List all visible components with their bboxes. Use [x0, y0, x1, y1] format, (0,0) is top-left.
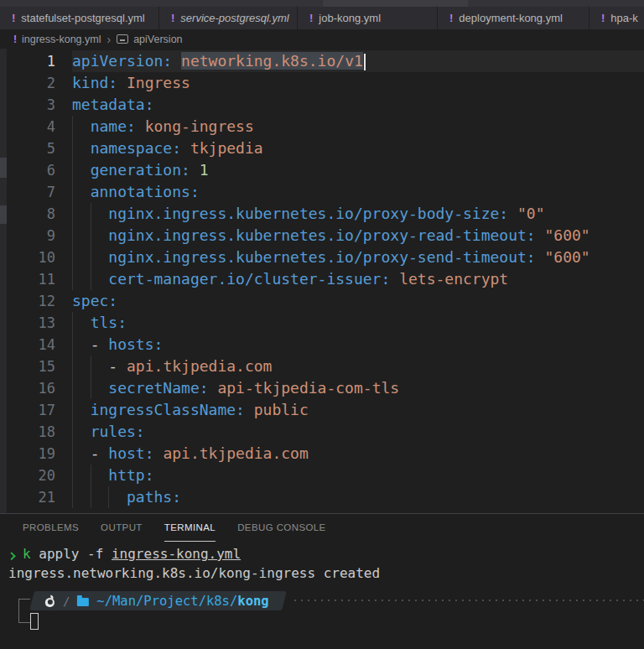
code-line[interactable]: 21paths: [7, 486, 644, 508]
line-number[interactable]: 11 [7, 268, 72, 290]
line-number[interactable]: 17 [7, 399, 72, 421]
code-line[interactable]: 7annotations: [7, 181, 644, 203]
code-token: api.tkjpedia.com [154, 444, 309, 462]
line-number[interactable]: 13 [7, 312, 72, 334]
line-number[interactable]: 9 [7, 225, 72, 247]
line-number[interactable]: 20 [7, 465, 72, 486]
code-line[interactable]: 17ingressClassName: public [7, 399, 644, 421]
code-token: tkjpedia [181, 139, 263, 157]
code-token: rules: [91, 423, 145, 440]
terminal-cursor[interactable] [30, 613, 39, 630]
code-token: nginx.ingress.kubernetes.io/proxy-send-t… [108, 248, 535, 266]
vscode-window: !statefulset-postgresql.yml!service-post… [0, 0, 644, 649]
code-token: Ingress [117, 74, 190, 91]
prompt-frame [18, 599, 30, 623]
code-text: cert-manager.io/cluster-issuer: lets-enc… [72, 268, 644, 290]
indent-guide [72, 356, 91, 377]
editor-tab[interactable]: !deployment-kong.yml [438, 7, 589, 29]
line-number[interactable]: 12 [7, 290, 72, 312]
code-token: nginx.ingress.kubernetes.io/proxy-body-s… [108, 205, 508, 222]
line-number[interactable]: 8 [7, 203, 72, 225]
editor-tab[interactable]: !hpa-k [589, 7, 644, 29]
code-text: tls: [72, 312, 644, 334]
code-token: name: [91, 117, 136, 135]
code-area[interactable]: 1apiVersion: networking.k8s.io/v12kind: … [7, 50, 644, 508]
code-line[interactable]: 11cert-manager.io/cluster-issuer: lets-e… [7, 268, 644, 290]
yaml-warning-icon: ! [12, 12, 15, 24]
code-token: kind: [72, 74, 117, 91]
editor-tab[interactable]: !statefulset-postgresql.yml [0, 7, 159, 29]
code-token: networking.k8s.io/v1 [181, 52, 363, 70]
tab-label: service-postgresql.yml [180, 12, 288, 24]
code-text: apiVersion: networking.k8s.io/v1 [72, 50, 644, 72]
code-line[interactable]: 19- host: api.tkjpedia.com [7, 443, 644, 465]
code-line[interactable]: 2kind: Ingress [7, 72, 644, 94]
code-text: metadata: [72, 94, 644, 116]
indent-guide [72, 268, 91, 290]
code-line[interactable]: 9nginx.ingress.kubernetes.io/proxy-read-… [7, 225, 644, 247]
line-number[interactable]: 16 [7, 377, 72, 399]
prompt-path-prefix: ~/Man/Project/k8s/ [96, 593, 237, 608]
line-number[interactable]: 21 [7, 486, 72, 508]
terminal[interactable]: k apply -f ingress-kong.yml ingress.netw… [0, 542, 644, 631]
editor-tab[interactable]: !job-kong.yml [298, 7, 438, 29]
editor-tab[interactable]: !service-postgresql.yml [159, 7, 298, 29]
indent-guide [72, 334, 91, 356]
line-number[interactable]: 3 [7, 94, 72, 116]
indent-guide [72, 181, 91, 203]
line-number[interactable]: 19 [7, 443, 72, 465]
code-line[interactable]: 3metadata: [7, 94, 644, 116]
code-text: spec: [72, 290, 644, 312]
panel-tab-output[interactable]: OUTPUT [101, 514, 143, 542]
code-line[interactable]: 20http: [7, 465, 644, 486]
symbol-field-icon [117, 34, 128, 44]
code-token [172, 52, 181, 70]
code-token: apiVersion: [72, 52, 172, 70]
line-number[interactable]: 7 [7, 181, 72, 203]
panel-tab-problems[interactable]: PROBLEMS [23, 514, 79, 542]
code-text: namespace: tkjpedia [72, 138, 644, 159]
indent-guide [72, 399, 91, 421]
code-token: host: [108, 444, 153, 462]
line-number[interactable]: 1 [7, 50, 72, 72]
prompt-filler-dots [294, 591, 644, 610]
code-line[interactable]: 1apiVersion: networking.k8s.io/v1 [7, 50, 644, 72]
editor-cursor [364, 54, 366, 70]
code-line[interactable]: 15- api.tkjpedia.com [7, 356, 644, 377]
indent-guide [91, 356, 109, 377]
code-line[interactable]: 12spec: [7, 290, 644, 312]
indent-guide [72, 421, 91, 443]
line-number[interactable]: 14 [7, 334, 72, 356]
code-line[interactable]: 6generation: 1 [7, 159, 644, 181]
code-token: - [91, 444, 109, 462]
breadcrumb-file[interactable]: ingress-kong.yml [22, 34, 101, 45]
panel-tab-terminal[interactable]: TERMINAL [164, 514, 216, 542]
folder-icon [77, 597, 89, 605]
panel-tab-debug-console[interactable]: DEBUG CONSOLE [237, 514, 326, 542]
code-line[interactable]: 14- hosts: [7, 334, 644, 356]
breadcrumb-symbol[interactable]: apiVersion [133, 34, 182, 45]
indent-guide [91, 225, 109, 247]
line-number[interactable]: 4 [7, 116, 72, 138]
code-token: - [108, 357, 127, 375]
code-token: paths: [127, 488, 181, 506]
code-line[interactable]: 4name: kong-ingress [7, 116, 644, 138]
code-line[interactable]: 18rules: [7, 421, 644, 443]
line-number[interactable]: 10 [7, 247, 72, 268]
yaml-warning-icon: ! [601, 12, 605, 24]
code-line[interactable]: 13tls: [7, 312, 644, 334]
line-number[interactable]: 2 [7, 72, 72, 94]
code-line[interactable]: 8nginx.ingress.kubernetes.io/proxy-body-… [7, 203, 644, 225]
code-line[interactable]: 10nginx.ingress.kubernetes.io/proxy-send… [7, 247, 644, 268]
code-text: name: kong-ingress [72, 116, 644, 138]
command-token: k [23, 546, 31, 562]
line-number[interactable]: 6 [7, 159, 72, 181]
code-line[interactable]: 5namespace: tkjpedia [7, 138, 644, 159]
code-token: metadata: [72, 96, 154, 113]
line-number[interactable]: 18 [7, 421, 72, 443]
code-line[interactable]: 16secretName: api-tkjpedia-com-tls [7, 377, 644, 399]
sliver-block [0, 158, 7, 178]
line-number[interactable]: 15 [7, 356, 72, 377]
line-number[interactable]: 5 [7, 138, 72, 159]
code-token: secretName: [108, 379, 208, 397]
